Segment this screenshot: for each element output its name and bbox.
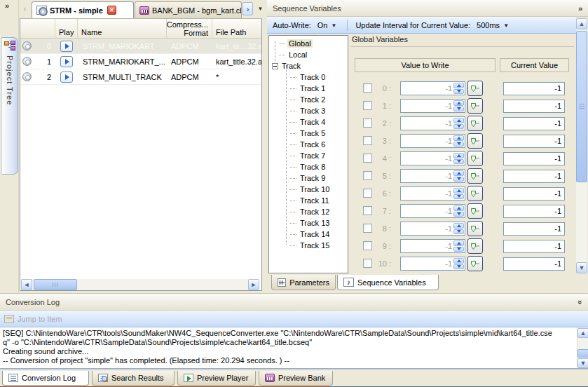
panel-collapse-chevron-icon[interactable]: »	[576, 299, 584, 304]
current-value-field[interactable]: -1	[503, 152, 565, 165]
tree-item-track-child[interactable]: Track 11	[269, 195, 348, 206]
scrollbar-thumb[interactable]	[34, 279, 77, 290]
current-value-field[interactable]: -1	[503, 240, 565, 253]
tree-item-track-child[interactable]: Track 9	[269, 172, 348, 184]
tree-item-track-child[interactable]: Track 5	[269, 128, 348, 139]
spinner-up-icon[interactable]	[453, 170, 464, 176]
value-to-write-spinner[interactable]: -1	[400, 169, 465, 183]
write-value-button[interactable]	[467, 203, 483, 219]
play-button[interactable]	[60, 56, 73, 67]
write-value-button[interactable]	[467, 98, 483, 114]
spinner-down-icon[interactable]	[453, 264, 464, 270]
spinner-up-icon[interactable]	[453, 223, 464, 229]
tab-search-results[interactable]: Search Results	[92, 371, 175, 386]
spinner-down-icon[interactable]	[453, 142, 464, 147]
tree-item-track-child[interactable]: Track 8	[269, 161, 348, 172]
table-row[interactable]: 0 STRM_MARIOKART ADPCM kart_tit....32.ai	[20, 39, 261, 54]
tree-item-track-child[interactable]: Track 6	[269, 139, 348, 150]
spinner-down-icon[interactable]	[453, 124, 464, 130]
write-value-button[interactable]	[467, 221, 483, 236]
current-value-field[interactable]: -1	[503, 117, 565, 130]
jump-to-item-button[interactable]: Jump to Item	[4, 315, 62, 323]
tab-sequence-variables[interactable]: ♪ Sequence Variables	[337, 275, 439, 290]
expand-strip-chevron-icon[interactable]: »	[5, 1, 9, 10]
header-name[interactable]: Name	[78, 19, 167, 38]
tab-preview-bank[interactable]: Preview Bank	[259, 371, 333, 386]
scroll-right-icon[interactable]: ►	[248, 279, 259, 290]
vertical-scrollbar[interactable]: ▲ ▼	[576, 18, 587, 273]
tree-item-track-child[interactable]: Track 2	[269, 94, 348, 105]
tree-item-track[interactable]: Track	[269, 60, 348, 72]
spinner-up-icon[interactable]	[453, 205, 464, 211]
value-to-write-spinner[interactable]: -1	[400, 186, 465, 201]
tree-item-track-child[interactable]: Track 3	[269, 105, 348, 116]
value-to-write-spinner[interactable]: -1	[400, 222, 465, 236]
spinner-up-icon[interactable]	[453, 83, 464, 88]
spinner-down-icon[interactable]	[453, 159, 464, 165]
current-value-field[interactable]: -1	[503, 170, 565, 183]
write-value-button[interactable]	[467, 238, 483, 254]
write-value-button[interactable]	[467, 256, 483, 271]
spinner-down-icon[interactable]	[453, 107, 464, 112]
tab-parameters[interactable]: Parameters	[271, 275, 336, 290]
tab-scroll-right-button[interactable]: ›	[242, 2, 253, 15]
tree-item-track-child[interactable]: Track 7	[269, 150, 348, 161]
panel-collapse-chevron-icon[interactable]: »	[578, 4, 582, 13]
auto-write-dropdown[interactable]: On ▼	[315, 20, 340, 30]
write-value-button[interactable]	[467, 186, 483, 201]
update-interval-dropdown[interactable]: 500ms ▼	[474, 20, 512, 30]
value-to-write-spinner[interactable]: -1	[400, 134, 465, 148]
tree-item-track-child[interactable]: Track 14	[269, 229, 348, 240]
spinner-up-icon[interactable]	[453, 153, 464, 158]
table-row[interactable]: 1 STRM_MARIOKART_... ADPCM kart_title.32…	[20, 54, 261, 69]
scrollbar-thumb[interactable]	[576, 31, 587, 182]
log-vertical-scrollbar[interactable]: ▲ ▼	[577, 327, 588, 369]
tab-strm-simple[interactable]: STRM - simple ✕	[32, 1, 134, 18]
spinner-up-icon[interactable]	[453, 118, 464, 123]
header-play[interactable]: Play	[55, 19, 78, 38]
write-value-button[interactable]	[467, 168, 483, 184]
project-tree-collapsed-tab[interactable]: Project Tree	[1, 37, 18, 175]
close-tab-icon[interactable]: ✕	[107, 6, 116, 15]
tab-scroll-left-button[interactable]: ‹	[20, 2, 30, 15]
scroll-up-icon[interactable]: ▲	[577, 328, 588, 338]
scroll-left-icon[interactable]: ◄	[21, 279, 32, 290]
current-value-field[interactable]: -1	[503, 222, 565, 236]
scroll-up-icon[interactable]: ▲	[576, 18, 587, 29]
tree-item-track-child[interactable]: Track 1	[269, 83, 348, 94]
current-value-field[interactable]: -1	[503, 135, 565, 148]
tree-item-track-child[interactable]: Track 15	[269, 240, 348, 251]
horizontal-scrollbar[interactable]: ◄ ►	[21, 279, 259, 290]
value-to-write-spinner[interactable]: -1	[400, 239, 465, 253]
spinner-down-icon[interactable]	[453, 194, 464, 200]
header-file-path[interactable]: File Path	[212, 19, 261, 38]
tree-item-track-child[interactable]: Track 12	[269, 206, 348, 217]
spinner-up-icon[interactable]	[453, 258, 464, 264]
scrollbar-track[interactable]	[77, 279, 248, 290]
spinner-down-icon[interactable]	[453, 177, 464, 182]
write-value-button[interactable]	[467, 116, 483, 131]
table-row[interactable]: 2 STRM_MULTI_TRACK ADPCM *	[20, 69, 261, 85]
tree-item-track-child[interactable]: Track 10	[269, 184, 348, 195]
tree-item-global[interactable]: Global	[269, 38, 348, 49]
tab-bank-bgm[interactable]: BANK_BGM - bgm_kart.cbn	[135, 1, 242, 18]
vertical-splitter[interactable]	[262, 0, 267, 293]
spinner-down-icon[interactable]	[453, 247, 464, 252]
value-to-write-spinner[interactable]: -1	[400, 204, 465, 218]
play-button[interactable]	[60, 72, 73, 83]
spinner-up-icon[interactable]	[453, 188, 464, 194]
spinner-down-icon[interactable]	[453, 212, 464, 217]
write-value-button[interactable]	[467, 81, 483, 96]
tab-preview-player[interactable]: Preview Player	[177, 371, 256, 386]
current-value-field[interactable]: -1	[503, 205, 565, 218]
spinner-down-icon[interactable]	[453, 89, 464, 95]
header-compression-format[interactable]: Compress...Format	[167, 19, 212, 38]
scroll-down-icon[interactable]: ▼	[576, 262, 587, 273]
current-value-field[interactable]: -1	[503, 187, 565, 201]
value-to-write-spinner[interactable]: -1	[400, 257, 465, 271]
value-to-write-spinner[interactable]: -1	[400, 99, 465, 113]
tree-item-track-child[interactable]: Track 13	[269, 217, 348, 229]
value-to-write-spinner[interactable]: -1	[400, 151, 465, 165]
write-value-button[interactable]	[467, 133, 483, 149]
current-value-field[interactable]: -1	[503, 100, 565, 113]
